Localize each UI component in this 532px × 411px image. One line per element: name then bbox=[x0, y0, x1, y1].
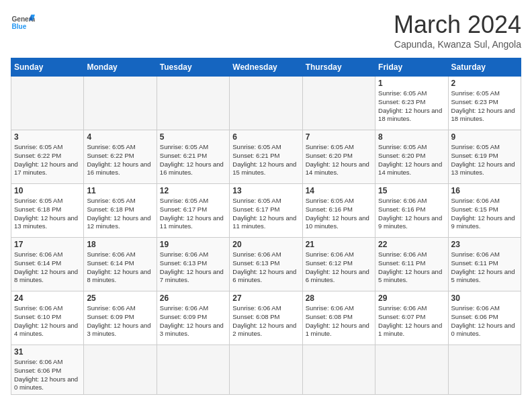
day-number: 25 bbox=[87, 293, 153, 303]
calendar-cell bbox=[302, 345, 375, 395]
calendar-cell bbox=[448, 345, 521, 395]
day-header-thursday: Thursday bbox=[302, 58, 375, 77]
day-info: Sunrise: 6:05 AM Sunset: 6:23 PM Dayligh… bbox=[378, 89, 445, 124]
calendar-cell: 6Sunrise: 6:05 AM Sunset: 6:21 PM Daylig… bbox=[230, 130, 302, 184]
calendar-cell: 13Sunrise: 6:05 AM Sunset: 6:17 PM Dayli… bbox=[230, 184, 302, 238]
calendar-cell: 21Sunrise: 6:06 AM Sunset: 6:12 PM Dayli… bbox=[302, 238, 375, 291]
day-number: 5 bbox=[160, 132, 226, 142]
day-number: 10 bbox=[14, 186, 81, 195]
calendar-cell: 3Sunrise: 6:05 AM Sunset: 6:22 PM Daylig… bbox=[11, 130, 84, 184]
calendar-cell: 7Sunrise: 6:05 AM Sunset: 6:20 PM Daylig… bbox=[302, 130, 375, 184]
calendar-cell bbox=[230, 345, 302, 395]
calendar-cell: 4Sunrise: 6:05 AM Sunset: 6:22 PM Daylig… bbox=[84, 130, 157, 184]
calendar-cell: 1Sunrise: 6:05 AM Sunset: 6:23 PM Daylig… bbox=[375, 77, 448, 130]
day-info: Sunrise: 6:06 AM Sunset: 6:06 PM Dayligh… bbox=[14, 358, 81, 392]
day-number: 24 bbox=[14, 293, 81, 303]
day-info: Sunrise: 6:06 AM Sunset: 6:16 PM Dayligh… bbox=[378, 197, 445, 231]
day-info: Sunrise: 6:06 AM Sunset: 6:14 PM Dayligh… bbox=[14, 250, 81, 285]
day-header-saturday: Saturday bbox=[448, 58, 521, 77]
day-info: Sunrise: 6:06 AM Sunset: 6:11 PM Dayligh… bbox=[378, 250, 445, 285]
day-number: 26 bbox=[160, 293, 226, 303]
week-row-6: 31Sunrise: 6:06 AM Sunset: 6:06 PM Dayli… bbox=[11, 345, 521, 395]
day-number: 27 bbox=[232, 293, 299, 303]
day-info: Sunrise: 6:06 AM Sunset: 6:06 PM Dayligh… bbox=[451, 304, 518, 338]
calendar-cell bbox=[375, 345, 448, 395]
calendar-cell: 22Sunrise: 6:06 AM Sunset: 6:11 PM Dayli… bbox=[375, 238, 448, 291]
calendar-cell bbox=[157, 77, 229, 130]
calendar-cell: 28Sunrise: 6:06 AM Sunset: 6:08 PM Dayli… bbox=[302, 291, 375, 345]
day-number: 22 bbox=[378, 240, 445, 249]
calendar-cell: 14Sunrise: 6:05 AM Sunset: 6:16 PM Dayli… bbox=[302, 184, 375, 238]
day-number: 20 bbox=[232, 240, 299, 249]
day-number: 17 bbox=[14, 240, 81, 249]
calendar-cell: 16Sunrise: 6:06 AM Sunset: 6:15 PM Dayli… bbox=[448, 184, 521, 238]
day-number: 9 bbox=[451, 132, 518, 142]
day-number: 14 bbox=[306, 186, 372, 195]
day-info: Sunrise: 6:06 AM Sunset: 6:08 PM Dayligh… bbox=[306, 304, 372, 338]
month-title: March 2024 bbox=[394, 11, 521, 39]
day-header-monday: Monday bbox=[84, 58, 157, 77]
calendar-table: SundayMondayTuesdayWednesdayThursdayFrid… bbox=[11, 58, 521, 395]
day-info: Sunrise: 6:06 AM Sunset: 6:15 PM Dayligh… bbox=[451, 197, 518, 231]
day-number: 8 bbox=[378, 132, 445, 142]
day-info: Sunrise: 6:06 AM Sunset: 6:11 PM Dayligh… bbox=[451, 250, 518, 285]
day-info: Sunrise: 6:06 AM Sunset: 6:12 PM Dayligh… bbox=[306, 250, 372, 285]
day-number: 28 bbox=[306, 293, 372, 303]
day-header-wednesday: Wednesday bbox=[230, 58, 302, 77]
day-info: Sunrise: 6:06 AM Sunset: 6:13 PM Dayligh… bbox=[232, 250, 299, 285]
calendar-cell: 31Sunrise: 6:06 AM Sunset: 6:06 PM Dayli… bbox=[11, 345, 84, 395]
day-number: 7 bbox=[306, 132, 372, 142]
day-number: 31 bbox=[14, 347, 81, 357]
week-row-1: 1Sunrise: 6:05 AM Sunset: 6:23 PM Daylig… bbox=[11, 77, 521, 130]
day-info: Sunrise: 6:06 AM Sunset: 6:14 PM Dayligh… bbox=[87, 250, 153, 285]
day-info: Sunrise: 6:06 AM Sunset: 6:08 PM Dayligh… bbox=[232, 304, 299, 338]
day-number: 19 bbox=[160, 240, 226, 249]
calendar-cell bbox=[84, 345, 157, 395]
day-number: 3 bbox=[14, 132, 81, 142]
week-row-4: 17Sunrise: 6:06 AM Sunset: 6:14 PM Dayli… bbox=[11, 238, 521, 291]
day-info: Sunrise: 6:05 AM Sunset: 6:22 PM Dayligh… bbox=[87, 143, 153, 177]
day-info: Sunrise: 6:05 AM Sunset: 6:17 PM Dayligh… bbox=[232, 197, 299, 231]
day-info: Sunrise: 6:06 AM Sunset: 6:09 PM Dayligh… bbox=[87, 304, 153, 338]
day-info: Sunrise: 6:05 AM Sunset: 6:20 PM Dayligh… bbox=[306, 143, 372, 177]
day-info: Sunrise: 6:06 AM Sunset: 6:09 PM Dayligh… bbox=[160, 304, 226, 338]
calendar-cell bbox=[302, 77, 375, 130]
day-number: 4 bbox=[87, 132, 153, 142]
day-number: 18 bbox=[87, 240, 153, 249]
day-number: 11 bbox=[87, 186, 153, 195]
day-info: Sunrise: 6:05 AM Sunset: 6:22 PM Dayligh… bbox=[14, 143, 81, 177]
day-header-sunday: Sunday bbox=[11, 58, 84, 77]
day-number: 13 bbox=[232, 186, 299, 195]
day-number: 21 bbox=[306, 240, 372, 249]
day-number: 15 bbox=[378, 186, 445, 195]
calendar-cell: 20Sunrise: 6:06 AM Sunset: 6:13 PM Dayli… bbox=[230, 238, 302, 291]
calendar-cell: 27Sunrise: 6:06 AM Sunset: 6:08 PM Dayli… bbox=[230, 291, 302, 345]
subtitle: Capunda, Kwanza Sul, Angola bbox=[394, 39, 521, 50]
calendar-cell: 2Sunrise: 6:05 AM Sunset: 6:23 PM Daylig… bbox=[448, 77, 521, 130]
day-info: Sunrise: 6:05 AM Sunset: 6:18 PM Dayligh… bbox=[87, 197, 153, 231]
day-info: Sunrise: 6:05 AM Sunset: 6:17 PM Dayligh… bbox=[160, 197, 226, 231]
calendar-cell: 17Sunrise: 6:06 AM Sunset: 6:14 PM Dayli… bbox=[11, 238, 84, 291]
calendar-cell: 5Sunrise: 6:05 AM Sunset: 6:21 PM Daylig… bbox=[157, 130, 229, 184]
calendar-cell: 24Sunrise: 6:06 AM Sunset: 6:10 PM Dayli… bbox=[11, 291, 84, 345]
day-number: 16 bbox=[451, 186, 518, 195]
title-area: March 2024 Capunda, Kwanza Sul, Angola bbox=[394, 11, 521, 50]
calendar-cell: 18Sunrise: 6:06 AM Sunset: 6:14 PM Dayli… bbox=[84, 238, 157, 291]
day-info: Sunrise: 6:05 AM Sunset: 6:16 PM Dayligh… bbox=[306, 197, 372, 231]
day-number: 2 bbox=[451, 79, 518, 88]
day-info: Sunrise: 6:05 AM Sunset: 6:21 PM Dayligh… bbox=[160, 143, 226, 177]
day-info: Sunrise: 6:05 AM Sunset: 6:23 PM Dayligh… bbox=[451, 89, 518, 124]
calendar-cell: 15Sunrise: 6:06 AM Sunset: 6:16 PM Dayli… bbox=[375, 184, 448, 238]
header: General Blue March 2024 Capunda, Kwanza … bbox=[11, 11, 521, 50]
calendar-cell: 25Sunrise: 6:06 AM Sunset: 6:09 PM Dayli… bbox=[84, 291, 157, 345]
calendar-cell bbox=[11, 77, 84, 130]
day-number: 29 bbox=[378, 293, 445, 303]
week-row-3: 10Sunrise: 6:05 AM Sunset: 6:18 PM Dayli… bbox=[11, 184, 521, 238]
calendar-cell: 23Sunrise: 6:06 AM Sunset: 6:11 PM Dayli… bbox=[448, 238, 521, 291]
day-info: Sunrise: 6:06 AM Sunset: 6:10 PM Dayligh… bbox=[14, 304, 81, 338]
calendar-cell bbox=[157, 345, 229, 395]
day-info: Sunrise: 6:06 AM Sunset: 6:13 PM Dayligh… bbox=[160, 250, 226, 285]
svg-text:Blue: Blue bbox=[11, 23, 26, 30]
calendar-cell bbox=[230, 77, 302, 130]
calendar-cell: 9Sunrise: 6:05 AM Sunset: 6:19 PM Daylig… bbox=[448, 130, 521, 184]
